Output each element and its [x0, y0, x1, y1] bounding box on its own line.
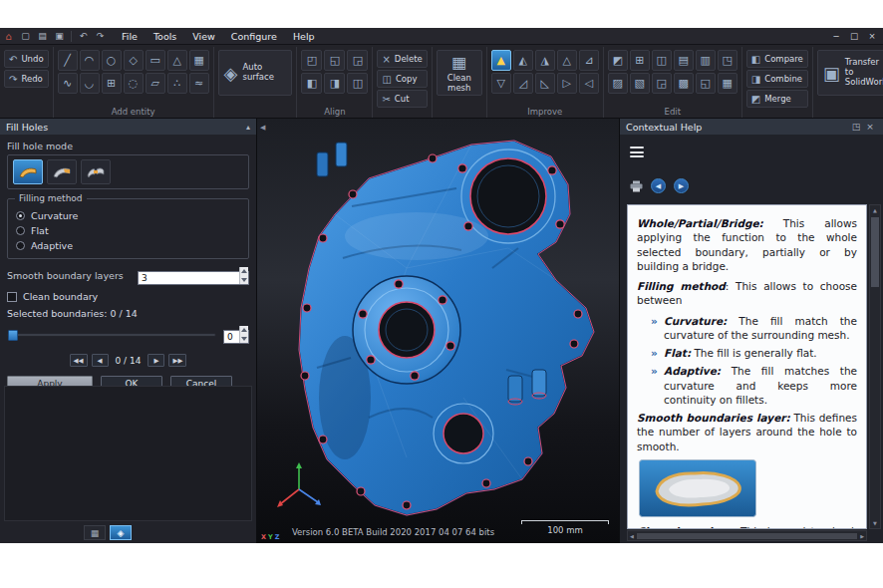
subdivide-icon[interactable]: ◁: [579, 73, 599, 94]
radio-icon[interactable]: [16, 226, 25, 235]
viewport-3d[interactable]: ◀: [257, 119, 619, 543]
split-icon[interactable]: ▤: [674, 50, 694, 71]
remesh-icon[interactable]: ⊿: [579, 50, 599, 71]
cut-button[interactable]: ✂Cut: [377, 90, 427, 108]
menu-view[interactable]: View: [185, 30, 222, 43]
plane-icon[interactable]: ⊞: [102, 73, 122, 94]
approx-icon[interactable]: ≈: [189, 73, 209, 94]
menu-configure[interactable]: Configure: [224, 30, 284, 43]
flat-radio-row[interactable]: Flat: [14, 223, 242, 238]
collapse-icon[interactable]: ▴: [246, 123, 250, 132]
align-option-icon[interactable]: ◧: [301, 73, 322, 94]
radio-checked-icon[interactable]: [16, 211, 25, 220]
transfer-to-solidworks-button[interactable]: ▣ Transfer to SolidWorks: [817, 50, 883, 96]
merge-button[interactable]: ◩Merge: [746, 90, 808, 108]
grid-icon[interactable]: ▦: [189, 50, 209, 71]
spinner-up-icon[interactable]: [241, 328, 247, 332]
boolean-icon[interactable]: ▦: [718, 73, 737, 94]
open-document-icon[interactable]: ▤: [34, 29, 51, 44]
align-option-icon[interactable]: ◫: [347, 73, 368, 94]
trim-icon[interactable]: ◫: [652, 50, 672, 71]
triangle-icon[interactable]: △: [167, 50, 187, 71]
adaptive-radio-row[interactable]: Adaptive: [14, 238, 242, 253]
translate-icon[interactable]: ▩: [674, 73, 694, 94]
vertical-scroll-thumb[interactable]: [871, 217, 879, 287]
rotate-icon[interactable]: ◲: [652, 73, 672, 94]
smooth-layers-input[interactable]: [138, 271, 249, 285]
select-icon[interactable]: ◩: [608, 50, 628, 71]
print-icon[interactable]: [630, 180, 643, 192]
viewport-collapse-icon[interactable]: ◀: [260, 124, 265, 132]
section-icon[interactable]: ◱: [696, 73, 716, 94]
clean-mesh-button[interactable]: ▦ Clean mesh: [437, 50, 482, 96]
align-option-icon[interactable]: ◰: [301, 50, 322, 71]
spinner-down-icon[interactable]: [241, 337, 247, 341]
spline-icon[interactable]: ∿: [58, 73, 78, 94]
bridge-mode-button[interactable]: [81, 159, 111, 184]
spinner[interactable]: [239, 326, 248, 343]
spinner-down-icon[interactable]: [241, 278, 247, 282]
first-boundary-button[interactable]: ◀◀: [70, 354, 88, 367]
relax-icon[interactable]: ▷: [557, 73, 577, 94]
whole-mode-button[interactable]: [13, 159, 43, 184]
point-icon[interactable]: ◌: [124, 73, 144, 94]
menu-file[interactable]: File: [115, 30, 145, 43]
save-icon[interactable]: ▣: [51, 29, 68, 44]
defeature-icon[interactable]: ▽: [491, 73, 511, 94]
redo-icon[interactable]: ↷: [92, 29, 109, 44]
boundary-slider[interactable]: [7, 333, 216, 337]
smooth-mesh-icon[interactable]: ◭: [513, 50, 533, 71]
menu-tools[interactable]: Tools: [147, 30, 183, 43]
undo-button[interactable]: ↶Undo: [4, 50, 49, 68]
spinner[interactable]: [239, 267, 248, 284]
offset-icon[interactable]: ◳: [718, 50, 737, 71]
rectangle-icon[interactable]: ▭: [146, 50, 165, 71]
sharpen-icon[interactable]: ◺: [535, 73, 555, 94]
redo-button[interactable]: ↷Redo: [4, 70, 49, 88]
radio-icon[interactable]: [16, 241, 25, 250]
diamond-icon[interactable]: ◇: [124, 50, 144, 71]
dock-panel-icon[interactable]: ◳: [849, 122, 863, 132]
hamburger-menu-icon[interactable]: [630, 147, 644, 157]
scroll-right-icon[interactable]: ▶: [860, 533, 864, 539]
scroll-left-icon[interactable]: ◀: [630, 533, 634, 539]
horizontal-scroll-thumb[interactable]: [637, 533, 857, 539]
line-icon[interactable]: ╱: [58, 50, 78, 71]
delete-button[interactable]: ×Delete: [377, 50, 427, 68]
mesh-tab-icon[interactable]: ▦: [84, 525, 106, 540]
curve-icon[interactable]: ◡: [80, 73, 100, 94]
last-boundary-button[interactable]: ▶▶: [168, 354, 186, 367]
auto-surface-button[interactable]: ◈ Auto surface: [218, 50, 293, 96]
circle-icon[interactable]: ○: [102, 50, 122, 71]
align-option-icon[interactable]: ◨: [324, 73, 345, 94]
clean-boundary-row[interactable]: Clean boundary: [7, 291, 249, 302]
parallelogram-icon[interactable]: ▱: [146, 73, 165, 94]
align-option-icon[interactable]: ◲: [347, 50, 368, 71]
slider-handle[interactable]: [8, 330, 18, 341]
combine-button[interactable]: ◨Combine: [746, 70, 808, 88]
curvature-radio-row[interactable]: Curvature: [14, 208, 242, 223]
bridge-icon[interactable]: ◿: [513, 73, 533, 94]
maximize-button[interactable]: □: [845, 30, 863, 43]
extend-icon[interactable]: ▥: [696, 50, 716, 71]
model-tab-icon[interactable]: ◈: [110, 525, 132, 540]
points-icon[interactable]: ∴: [167, 73, 187, 94]
minimize-button[interactable]: −: [827, 30, 845, 43]
copy-button[interactable]: ◫Copy: [377, 70, 427, 88]
new-document-icon[interactable]: ▢: [17, 29, 34, 44]
help-horizontal-scrollbar[interactable]: ◀ ▶: [627, 530, 867, 541]
scale-icon[interactable]: ▧: [630, 73, 650, 94]
help-back-button[interactable]: ◀: [651, 178, 666, 193]
partial-mode-button[interactable]: [47, 159, 77, 184]
refine-icon[interactable]: △: [557, 50, 577, 71]
lasso-icon[interactable]: ⊞: [630, 50, 650, 71]
scroll-down-icon[interactable]: ▼: [873, 519, 877, 527]
menu-help[interactable]: Help: [286, 30, 322, 43]
decimate-icon[interactable]: ◮: [535, 50, 555, 71]
next-boundary-button[interactable]: ▶: [147, 354, 164, 367]
scroll-up-icon[interactable]: ▲: [873, 206, 877, 214]
spinner-up-icon[interactable]: [241, 269, 247, 273]
align-option-icon[interactable]: ◱: [324, 50, 345, 71]
mirror-icon[interactable]: ▨: [608, 73, 628, 94]
undo-icon[interactable]: ↶: [75, 29, 92, 44]
